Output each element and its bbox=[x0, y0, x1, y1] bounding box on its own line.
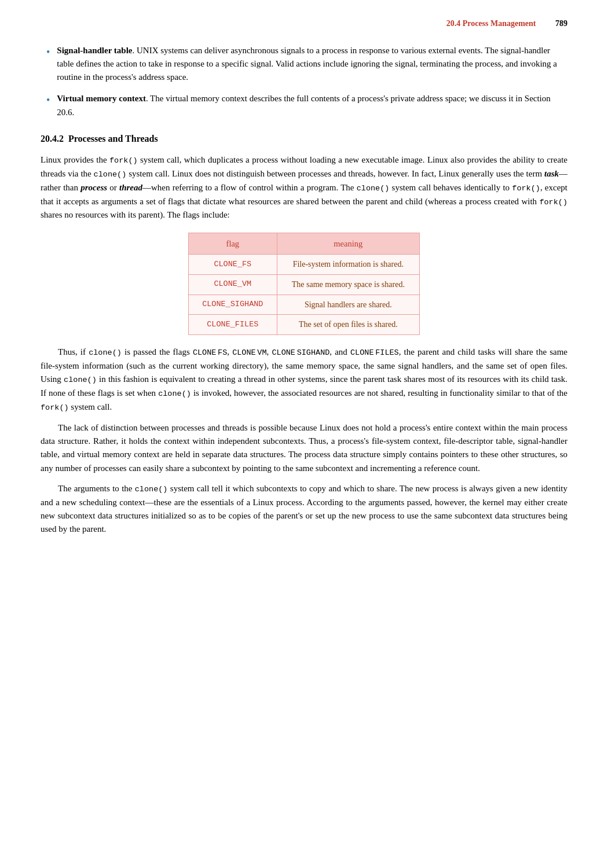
bullet-text-signal: Signal-handler table. UNIX systems can d… bbox=[57, 44, 567, 84]
bullet-item-virtual: • Virtual memory context. The virtual me… bbox=[41, 92, 567, 119]
page-header: 20.4 Process Management 789 bbox=[41, 17, 567, 31]
meaning-clone-files: The set of open files is shared. bbox=[277, 315, 419, 335]
table-row: CLONE_FS File-system information is shar… bbox=[189, 255, 420, 275]
bullet-dot-1: • bbox=[46, 45, 50, 61]
table-row: CLONE_SIGHAND Signal handlers are shared… bbox=[189, 295, 420, 315]
fork-call-2: fork() bbox=[512, 184, 540, 193]
body-paragraph-1: Linux provides the fork() system call, w… bbox=[41, 153, 567, 222]
signal-term: Signal-handler table bbox=[57, 46, 132, 55]
bullet-list: • Signal-handler table. UNIX systems can… bbox=[41, 44, 567, 119]
clone-call-5: clone() bbox=[158, 389, 191, 398]
flag-table: flag meaning CLONE_FS File-system inform… bbox=[188, 233, 420, 335]
table-row: CLONE_VM The same memory space is shared… bbox=[189, 274, 420, 295]
task-term: task bbox=[544, 169, 559, 178]
clone-vm-ref: CLONE VM bbox=[232, 348, 266, 357]
flag-clone-fs: CLONE_FS bbox=[189, 255, 277, 275]
clone-fs-ref: CLONE FS bbox=[193, 348, 227, 357]
body-paragraph-2: Thus, if clone() is passed the flags CLO… bbox=[41, 345, 567, 414]
clone-call-2: clone() bbox=[357, 184, 390, 193]
table-row: CLONE_FILES The set of open files is sha… bbox=[189, 315, 420, 335]
thread-term: thread bbox=[119, 183, 142, 192]
fork-call-1: fork() bbox=[109, 156, 138, 165]
flag-clone-files: CLONE_FILES bbox=[189, 315, 277, 335]
clone-call-6: clone() bbox=[135, 485, 168, 494]
subsection-number: 20.4.2 bbox=[41, 134, 64, 144]
signal-desc: . UNIX systems can deliver asynchronous … bbox=[57, 46, 557, 82]
section-title: 20.4 Process Management bbox=[446, 19, 536, 28]
meaning-clone-fs: File-system information is shared. bbox=[277, 255, 419, 275]
flag-clone-vm: CLONE_VM bbox=[189, 274, 277, 295]
page-number: 789 bbox=[555, 19, 567, 28]
meaning-clone-sighand: Signal handlers are shared. bbox=[277, 295, 419, 315]
clone-call-1: clone() bbox=[94, 170, 127, 179]
fork-call-4: fork() bbox=[41, 403, 69, 412]
clone-call-4: clone() bbox=[64, 376, 97, 384]
bullet-text-virtual: Virtual memory context. The virtual memo… bbox=[57, 92, 567, 119]
clone-call-3: clone() bbox=[89, 348, 122, 357]
fork-call-3: fork() bbox=[539, 198, 567, 207]
clone-files-ref: CLONE FILES bbox=[350, 348, 399, 357]
meaning-clone-vm: The same memory space is shared. bbox=[277, 274, 419, 295]
clone-sighand-ref: CLONE SIGHAND bbox=[272, 348, 329, 357]
body-paragraph-3: The lack of distinction between processe… bbox=[41, 421, 567, 475]
flag-table-wrapper: flag meaning CLONE_FS File-system inform… bbox=[41, 233, 567, 335]
subsection-heading: 20.4.2 Processes and Threads bbox=[41, 132, 567, 146]
process-term: process bbox=[80, 183, 107, 192]
table-header-meaning: meaning bbox=[277, 233, 419, 254]
subsection-title: Processes and Threads bbox=[68, 134, 158, 144]
table-header-flag: flag bbox=[189, 233, 277, 254]
bullet-item-signal: • Signal-handler table. UNIX systems can… bbox=[41, 44, 567, 84]
bullet-dot-2: • bbox=[46, 93, 50, 109]
body-paragraph-4: The arguments to the clone() system call… bbox=[41, 482, 567, 536]
flag-clone-sighand: CLONE_SIGHAND bbox=[189, 295, 277, 315]
virtual-term: Virtual memory context bbox=[57, 94, 146, 103]
